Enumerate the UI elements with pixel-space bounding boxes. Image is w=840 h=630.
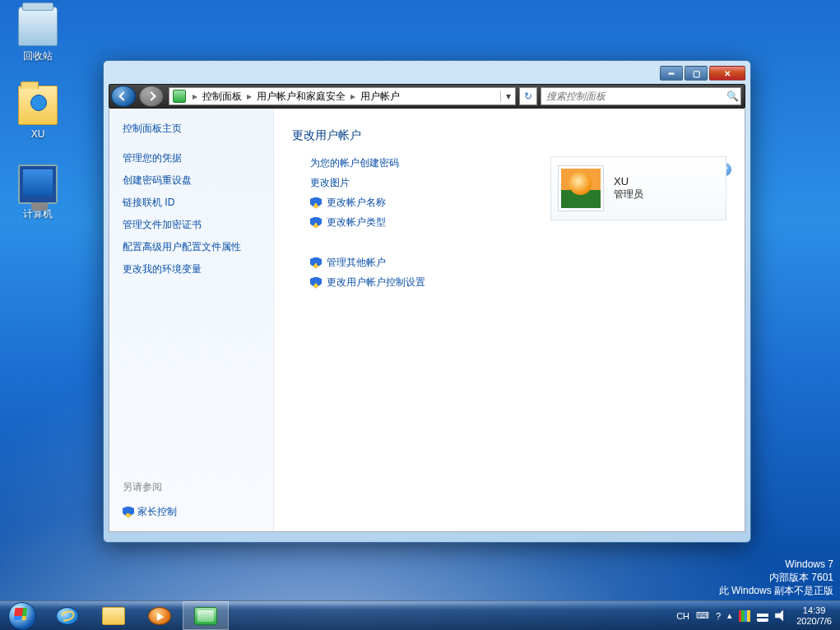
breadcrumb-segment[interactable]: 控制面板 [201, 90, 244, 104]
window-titlebar[interactable]: ━ ▢ ✕ [109, 66, 745, 84]
see-also-heading: 另请参阅 [123, 480, 262, 494]
main-content: ? 更改用户帐户 为您的帐户创建密码 更改图片 更改帐户名称 更改帐户类型 管理… [274, 109, 745, 531]
shield-icon [310, 277, 322, 289]
shield-icon [310, 197, 322, 209]
taskbar-ie[interactable] [44, 601, 90, 630]
shield-icon [310, 217, 322, 229]
nav-forward-button[interactable] [139, 86, 164, 107]
sidebar-link-parental[interactable]: 家长控制 [137, 505, 177, 519]
chevron-right-icon: ▸ [244, 90, 255, 102]
arrow-right-icon [146, 91, 155, 100]
ime-options-icon[interactable]: ⌨ [696, 610, 709, 621]
start-button[interactable] [0, 601, 44, 630]
sidebar-link[interactable]: 管理您的凭据 [123, 151, 262, 165]
user-name: XU [614, 175, 643, 188]
nav-toolbar: ▸ 控制面板 ▸ 用户帐户和家庭安全 ▸ 用户帐户 ▾ ↻ 🔍 [109, 84, 745, 109]
minimize-button[interactable]: ━ [660, 66, 683, 81]
taskbar-clock[interactable]: 14:39 2020/7/6 [793, 605, 835, 627]
clock-date: 2020/7/6 [796, 616, 832, 627]
system-tray: CH ⌨ ? ▴ 14:39 2020/7/6 [671, 601, 840, 630]
user-avatar [558, 165, 604, 211]
task-link-change-picture[interactable]: 更改图片 [310, 176, 350, 190]
breadcrumb-segment[interactable]: 用户帐户和家庭安全 [255, 90, 347, 104]
folder-icon [18, 86, 58, 125]
sidebar-link[interactable]: 链接联机 ID [123, 196, 262, 210]
user-role: 管理员 [614, 188, 643, 202]
action-center-icon[interactable] [739, 610, 750, 622]
taskbar-explorer[interactable] [90, 601, 137, 630]
chevron-right-icon: ▸ [347, 90, 359, 102]
sidebar-link[interactable]: 创建密码重设盘 [123, 174, 262, 188]
user-card: XU 管理员 [550, 156, 726, 220]
sidebar-home-link[interactable]: 控制面板主页 [123, 122, 262, 136]
shield-icon [123, 507, 134, 518]
shield-icon [310, 257, 322, 269]
desktop-icon-label: XU [7, 128, 69, 140]
task-link-manage-others[interactable]: 管理其他帐户 [327, 256, 386, 270]
media-player-icon [148, 607, 171, 625]
task-link-create-password[interactable]: 为您的帐户创建密码 [310, 156, 399, 170]
breadcrumb-dropdown[interactable]: ▾ [500, 90, 515, 102]
taskbar-media-player[interactable] [137, 601, 183, 630]
close-button[interactable]: ✕ [709, 66, 745, 81]
volume-icon[interactable] [775, 610, 787, 622]
sidebar-link[interactable]: 更改我的环境变量 [123, 262, 262, 276]
ime-help-icon[interactable]: ? [716, 611, 721, 621]
task-link-change-name[interactable]: 更改帐户名称 [327, 196, 386, 210]
sidebar: 控制面板主页 管理您的凭据 创建密码重设盘 链接联机 ID 管理文件加密证书 配… [109, 109, 274, 531]
breadcrumb-segment[interactable]: 用户帐户 [359, 90, 401, 104]
page-heading: 更改用户帐户 [292, 128, 726, 143]
nav-back-button[interactable] [111, 86, 136, 107]
search-input[interactable] [541, 90, 724, 102]
desktop-icon-folder-xu[interactable]: XU [7, 86, 69, 140]
desktop-icon-recycle-bin[interactable]: 回收站 [7, 7, 69, 63]
activation-watermark: Windows 7 内部版本 7601 此 Windows 副本不是正版 [719, 558, 833, 597]
recycle-bin-icon [18, 7, 58, 46]
refresh-button[interactable]: ↻ [519, 87, 537, 105]
search-box[interactable]: 🔍 [541, 87, 741, 105]
taskbar-control-panel[interactable] [183, 601, 229, 630]
desktop-icon-label: 回收站 [7, 49, 69, 63]
maximize-button[interactable]: ▢ [685, 66, 708, 81]
control-panel-window: ━ ▢ ✕ ▸ 控制面板 ▸ 用户帐户和家庭安全 ▸ 用户帐户 ▾ ↻ 🔍 [103, 60, 751, 543]
network-icon[interactable] [757, 610, 768, 622]
desktop[interactable]: 回收站 XU 计算机 Windows 7 内部版本 7601 此 Windows… [0, 0, 840, 630]
breadcrumb-bar[interactable]: ▸ 控制面板 ▸ 用户帐户和家庭安全 ▸ 用户帐户 ▾ [169, 87, 516, 105]
ie-icon [56, 607, 79, 625]
control-panel-icon [173, 90, 186, 103]
task-link-uac-settings[interactable]: 更改用户帐户控制设置 [327, 276, 425, 290]
task-link-change-type[interactable]: 更改帐户类型 [327, 215, 386, 229]
control-panel-icon [194, 607, 217, 625]
taskbar[interactable]: CH ⌨ ? ▴ 14:39 2020/7/6 [0, 600, 840, 630]
desktop-icon-computer[interactable]: 计算机 [7, 164, 69, 221]
sidebar-link[interactable]: 管理文件加密证书 [123, 218, 262, 232]
ime-indicator[interactable]: CH [676, 611, 689, 621]
search-icon[interactable]: 🔍 [724, 90, 740, 102]
arrow-left-icon [118, 91, 128, 100]
chevron-right-icon: ▸ [189, 90, 201, 102]
sidebar-link[interactable]: 配置高级用户配置文件属性 [123, 240, 262, 254]
refresh-icon: ↻ [524, 90, 532, 102]
computer-icon [18, 164, 58, 204]
windows-logo-icon [8, 602, 36, 630]
tray-expand-icon[interactable]: ▴ [727, 610, 732, 621]
explorer-icon [102, 607, 125, 625]
clock-time: 14:39 [796, 605, 832, 616]
